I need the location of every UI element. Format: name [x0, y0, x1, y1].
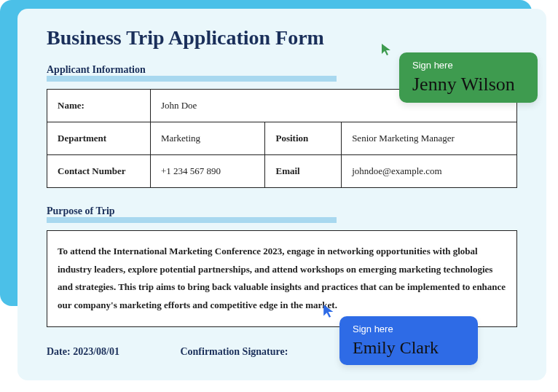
contact-label: Contact Number	[47, 155, 151, 188]
date-label: Date:	[47, 346, 71, 357]
contact-value: +1 234 567 890	[150, 155, 265, 188]
signature-callout-2[interactable]: Sign here Emily Clark	[339, 316, 478, 365]
section-purpose: Purpose of Trip To attend the Internatio…	[47, 204, 517, 327]
department-label: Department	[47, 122, 151, 155]
sign-here-label: Sign here	[412, 60, 524, 71]
department-value: Marketing	[150, 122, 265, 155]
table-row: Contact Number +1 234 567 890 Email john…	[47, 155, 517, 188]
signature-text-2: Emily Clark	[353, 339, 465, 356]
signature-text-1: Jenny Wilson	[412, 75, 524, 94]
form-title: Business Trip Application Form	[47, 26, 517, 50]
purpose-text: To attend the International Marketing Co…	[47, 230, 517, 327]
section-underline	[47, 217, 337, 223]
section-label-applicant: Applicant Information	[47, 64, 146, 76]
section-underline	[47, 76, 337, 82]
name-label: Name:	[47, 90, 151, 122]
email-label: Email	[265, 155, 342, 188]
position-label: Position	[265, 122, 342, 155]
section-label-purpose: Purpose of Trip	[47, 205, 115, 217]
sign-here-label: Sign here	[353, 324, 465, 334]
date-value: 2023/08/01	[73, 346, 119, 357]
email-value: johndoe@example.com	[342, 155, 517, 188]
confirmation-signature-label: Confirmation Signature:	[180, 346, 288, 358]
footer-date: Date: 2023/08/01	[47, 346, 119, 358]
signature-callout-1[interactable]: Sign here Jenny Wilson	[399, 52, 538, 103]
position-value: Senior Marketing Manager	[342, 122, 517, 155]
table-row: Department Marketing Position Senior Mar…	[47, 122, 517, 155]
applicant-table: Name: John Doe Department Marketing Posi…	[47, 89, 517, 188]
